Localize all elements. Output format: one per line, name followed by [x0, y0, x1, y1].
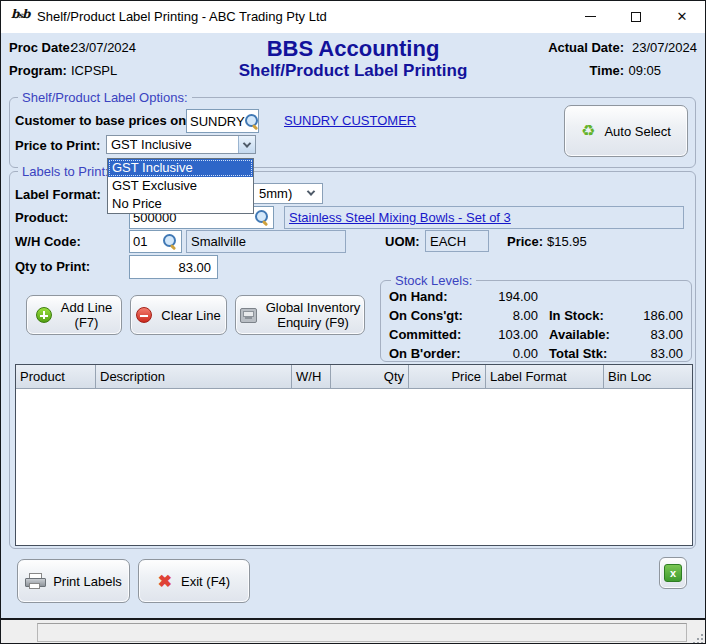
labels-table: Product Description W/H Qty Price Label …: [15, 364, 693, 546]
status-bar: [1, 620, 705, 644]
labels-group-legend: Labels to Print:: [18, 164, 113, 179]
resize-grip[interactable]: [697, 638, 699, 640]
stock-label: Total Stk:: [549, 346, 607, 361]
stock-value: 8.00: [441, 308, 538, 323]
stock-row: On Hand: 194.00: [381, 289, 691, 305]
price-to-print-dropdown-list: GST Inclusive GST Exclusive No Price: [107, 158, 254, 214]
price-to-print-value: GST Inclusive: [107, 137, 238, 152]
column-header-bin-loc: Bin Loc: [604, 365, 692, 388]
stock-value: 0.00: [441, 346, 538, 361]
actual-date-label: Actual Date:: [548, 40, 624, 55]
stock-row: Committed: 103.00 Available: 83.00: [381, 327, 691, 343]
minimize-button[interactable]: [567, 1, 613, 32]
stock-label: Available:: [549, 327, 610, 342]
product-search-icon[interactable]: [255, 210, 270, 225]
global-enquiry-key: Enquiry (F9): [277, 315, 349, 330]
stock-levels-group: Stock Levels: On Hand: 194.00 On Cons'gt…: [380, 280, 692, 362]
add-line-button[interactable]: Add Line (F7): [26, 295, 122, 335]
qty-to-print-value: 83.00: [178, 260, 211, 275]
app-window: bsb Shelf/Product Label Printing - ABC T…: [0, 0, 706, 644]
maximize-icon: [631, 12, 641, 22]
exit-button[interactable]: ✖ Exit (F4): [138, 559, 250, 603]
clear-icon: [136, 307, 152, 323]
add-icon: [36, 307, 52, 323]
price-label: Price:: [507, 234, 543, 249]
stock-value: 194.00: [441, 289, 538, 304]
actual-date-value: 23/07/2024: [632, 40, 697, 55]
stock-levels-legend: Stock Levels:: [391, 273, 476, 288]
print-labels-label: Print Labels: [53, 574, 122, 589]
add-line-label: Add Line: [61, 300, 112, 315]
add-line-key: (F7): [75, 315, 99, 330]
label-format-label: Label Format:: [15, 187, 101, 202]
excel-icon: x: [664, 564, 682, 582]
clear-line-button[interactable]: Clear Line: [130, 295, 227, 335]
customer-search-icon[interactable]: [245, 114, 260, 129]
exit-cross-icon: ✖: [158, 573, 172, 590]
product-description-box: Stainless Steel Mixing Bowls - Set of 3: [284, 206, 684, 229]
options-group-legend: Shelf/Product Label Options:: [18, 90, 192, 105]
exit-label: Exit (F4): [181, 574, 230, 589]
customer-label: Customer to base prices on:: [15, 113, 191, 128]
product-description-link[interactable]: Stainless Steel Mixing Bowls - Set of 3: [289, 210, 511, 225]
customer-name-link[interactable]: SUNDRY CUSTOMER: [284, 113, 416, 128]
close-icon: ✕: [677, 9, 688, 24]
uom-field: EACH: [425, 230, 489, 252]
column-header-label-format: Label Format: [486, 365, 604, 388]
global-enquiry-label: Global Inventory: [266, 300, 361, 315]
chevron-down-icon: [243, 139, 251, 147]
column-header-description: Description: [96, 365, 292, 388]
labels-table-header: Product Description W/H Qty Price Label …: [16, 365, 692, 389]
wh-code-value: 01: [133, 234, 163, 249]
stock-value: 103.00: [441, 327, 538, 342]
price-value: $15.95: [547, 234, 587, 249]
wh-search-icon[interactable]: [163, 234, 178, 249]
window-title: Shelf/Product Label Printing - ABC Tradi…: [37, 1, 327, 33]
price-to-print-combo[interactable]: GST Inclusive: [106, 135, 256, 154]
dropdown-option-no-price[interactable]: No Price: [108, 195, 253, 213]
column-header-price: Price: [409, 365, 486, 388]
customer-code-input[interactable]: SUNDRY: [186, 109, 259, 133]
price-to-print-label: Price to Print:: [15, 138, 100, 153]
wh-code-input[interactable]: 01: [129, 230, 182, 253]
status-message-panel: [37, 623, 687, 642]
window-controls: ✕: [567, 1, 705, 32]
stock-value: 83.00: [611, 346, 683, 361]
dropdown-option-gst-inclusive[interactable]: GST Inclusive: [108, 159, 253, 177]
maximize-button[interactable]: [613, 1, 659, 32]
auto-select-label: Auto Select: [604, 124, 671, 139]
close-button[interactable]: ✕: [659, 1, 705, 32]
price-to-print-arrow[interactable]: [238, 136, 255, 153]
stock-row: On Cons'gt: 8.00 In Stock: 186.00: [381, 308, 691, 324]
customer-code-value: SUNDRY: [190, 114, 245, 129]
stock-row: On B'order: 0.00 Total Stk: 83.00: [381, 346, 691, 362]
title-bar: bsb Shelf/Product Label Printing - ABC T…: [1, 1, 705, 33]
column-header-wh: W/H: [292, 365, 331, 388]
printer-icon: [25, 573, 44, 589]
wh-name-field: Smallville: [186, 230, 346, 253]
column-header-qty: Qty: [331, 365, 409, 388]
app-icon: bsb: [11, 7, 31, 27]
column-header-product: Product: [16, 365, 96, 388]
print-labels-button[interactable]: Print Labels: [17, 559, 130, 603]
auto-select-button[interactable]: ♻ Auto Select: [564, 105, 688, 157]
global-enquiry-button[interactable]: Global Inventory Enquiry (F9): [235, 295, 365, 335]
product-label: Product:: [15, 210, 68, 225]
stock-value: 83.00: [611, 327, 683, 342]
time-label: Time:: [590, 63, 624, 78]
dropdown-option-gst-exclusive[interactable]: GST Exclusive: [108, 177, 253, 195]
qty-to-print-label: Qty to Print:: [15, 259, 90, 274]
cabinet-icon: [240, 308, 257, 323]
stock-value: 186.00: [611, 308, 683, 323]
uom-label: UOM:: [385, 234, 420, 249]
wh-code-label: W/H Code:: [15, 234, 81, 249]
stock-label: In Stock:: [549, 308, 604, 323]
minimize-icon: [585, 16, 596, 17]
recycle-icon: ♻: [581, 123, 595, 139]
export-excel-button[interactable]: x: [659, 557, 687, 589]
time-value: 09:05: [628, 63, 661, 78]
qty-to-print-input[interactable]: 83.00: [129, 255, 218, 279]
stock-label: On Hand:: [389, 289, 448, 304]
labels-table-body: [16, 389, 692, 545]
clear-line-label: Clear Line: [161, 308, 220, 323]
